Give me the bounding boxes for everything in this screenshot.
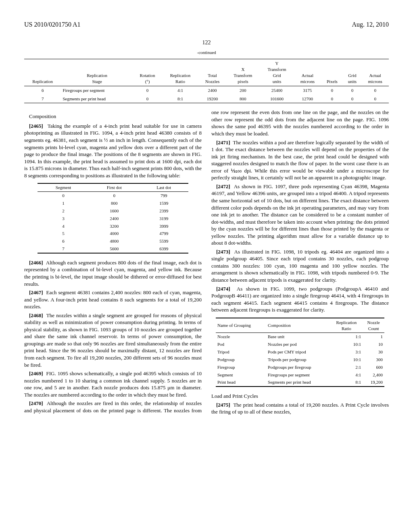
grouping-table: Name of GroupingCompositionReplicationRa…: [216, 318, 384, 387]
top-table: ReplicationReplicationStageRotation(°)Re…: [24, 59, 389, 103]
table-header: Gridunits: [343, 59, 362, 86]
table-row: 18001599: [38, 200, 188, 207]
table-cell: 6: [24, 86, 61, 94]
table-cell: 1600: [89, 207, 139, 215]
table-cell: 8:1: [162, 95, 198, 103]
table-cell: 0: [38, 192, 89, 200]
table-cell: 300: [363, 356, 384, 364]
table-cell: 101600: [260, 95, 294, 103]
table-header: TotalNozzles: [199, 59, 226, 86]
table-header: First dot: [89, 183, 139, 191]
table-header: ReplicationStage: [61, 59, 133, 86]
table-row: 324003199: [38, 215, 188, 222]
table-cell: 10: [363, 341, 384, 348]
table-cell: 4799: [139, 230, 188, 237]
table-header: Actualmicrons: [361, 59, 389, 86]
table-cell: Segments per print head: [61, 95, 133, 103]
table-cell: Podgroup: [216, 356, 266, 364]
para-text: Taking the example of a 4-inch print hea…: [24, 123, 202, 179]
table-cell: 8:1: [330, 378, 363, 387]
table-cell: 0: [343, 95, 362, 103]
table-cell: Pods per CMY tripod: [266, 348, 330, 356]
table-header: Composition: [266, 318, 330, 333]
table-cell: 5: [38, 230, 89, 237]
table-cell: 0: [361, 86, 389, 94]
table-header: Pixels: [321, 59, 343, 86]
table-cell: 2: [38, 207, 89, 215]
table-cell: 5599: [139, 237, 188, 245]
pub-date: Aug. 12, 2010: [352, 20, 389, 29]
table-row: PodgroupTripods per podgroup10:1300: [216, 356, 384, 364]
table-cell: 0: [133, 95, 162, 103]
table-cell: 30: [363, 348, 384, 356]
table-cell: Nozzle: [216, 333, 266, 341]
para-label: [2468]: [29, 312, 43, 318]
table-cell: Firegroups per segment: [61, 86, 133, 94]
table-cell: Firegroups per segment: [266, 371, 330, 379]
table-row: NozzleBase unit1:11: [216, 333, 384, 341]
table-cell: 3199: [139, 215, 188, 222]
table-cell: 2399: [139, 207, 188, 215]
table-cell: 19,200: [363, 378, 384, 387]
para-label: [2467]: [29, 289, 43, 295]
table-cell: 0: [343, 86, 362, 94]
table-cell: Print head: [216, 378, 266, 387]
table-cell: 3999: [139, 222, 188, 230]
table-row: 648005599: [38, 237, 188, 245]
table-cell: 4: [38, 222, 89, 230]
table-cell: 2:1: [330, 364, 363, 371]
table-row: 432003999: [38, 222, 188, 230]
table-cell: 2400: [89, 215, 139, 222]
table-cell: 2,400: [363, 371, 384, 379]
table-cell: 2400: [199, 86, 226, 94]
para-text: FIG. 1095 shows schematically, a single …: [24, 370, 202, 398]
segment-table: SegmentFirst dotLast dot 007991800159921…: [38, 183, 188, 254]
table-cell: 0: [361, 95, 389, 103]
table-cell: 1599: [139, 200, 188, 207]
para-text: As illustrated in FIG. 1098, 10 tripods …: [211, 249, 389, 283]
table-cell: Pod: [216, 341, 266, 348]
table-cell: 0: [89, 192, 139, 200]
table-row: 216002399: [38, 207, 188, 215]
table-cell: 6399: [139, 245, 188, 253]
table-header: NozzleCount: [363, 318, 384, 333]
table-cell: 19200: [199, 95, 226, 103]
table-cell: Nozzles per pod: [266, 341, 330, 348]
table-header: Actualmicrons: [294, 59, 321, 86]
table-caption: -continued: [24, 50, 389, 56]
table-cell: 4:1: [330, 371, 363, 379]
para-label: [2472]: [216, 183, 230, 189]
table-cell: 3200: [89, 222, 139, 230]
table-cell: 0: [321, 86, 343, 94]
table-cell: 800: [89, 200, 139, 207]
table-cell: 3:1: [330, 348, 363, 356]
para-label: [2466]: [29, 260, 43, 266]
table-cell: 5600: [89, 245, 139, 253]
para-text: The nozzles within a single segment are …: [24, 312, 202, 368]
table-header: Replication: [24, 59, 61, 86]
table-cell: Podgroups per firegroup: [266, 364, 330, 371]
para-label: [2474]: [216, 286, 230, 292]
table-cell: Segments per print head: [266, 378, 330, 387]
table-cell: Base unit: [266, 333, 330, 341]
table-header: ReplicationRatio: [330, 318, 363, 333]
table-row: 6Firegroups per segment04:12400200254003…: [24, 86, 389, 94]
table-row: Print headSegments per print head8:119,2…: [216, 378, 384, 387]
table-header: Segment: [38, 183, 89, 191]
table-cell: 600: [363, 364, 384, 371]
table-row: 540004799: [38, 230, 188, 237]
table-cell: 800: [226, 95, 260, 103]
table-cell: 12700: [294, 95, 321, 103]
body-columns: Composition [2465] Taking the example of…: [24, 109, 389, 416]
para-label: [2469]: [29, 370, 43, 376]
para-text: As shown in FIG. 1097, three pods repres…: [211, 183, 389, 246]
page-header: US 2010/0201750 A1 Aug. 12, 2010: [24, 20, 389, 29]
table-cell: Segment: [216, 371, 266, 379]
table-cell: 1: [363, 333, 384, 341]
pub-number: US 2010/0201750 A1: [24, 20, 81, 29]
table-cell: 4800: [89, 237, 139, 245]
table-header: Name of Grouping: [216, 318, 266, 333]
table-row: 7Segments per print head08:1192008001016…: [24, 95, 389, 103]
table-header: Rotation(°): [133, 59, 162, 86]
table-row: 756006399: [38, 245, 188, 253]
